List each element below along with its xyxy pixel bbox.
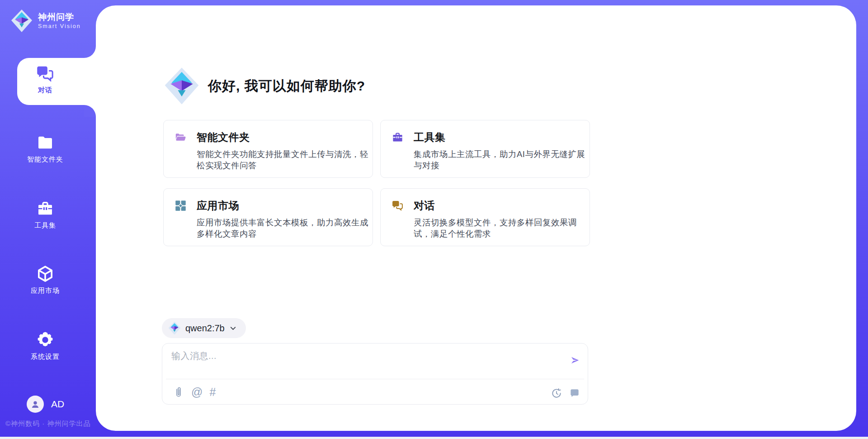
- toolbox-icon: [392, 131, 404, 143]
- sidebar-item-toolset[interactable]: 工具集: [0, 199, 90, 230]
- composer-tools-right: [550, 387, 580, 399]
- card-app-market[interactable]: 应用市场 应用市场提供丰富长文本模板，助力高效生成多样化文章内容: [163, 188, 373, 246]
- card-description: 灵活切换多模型文件，支持多样回复效果调试，满足个性化需求: [414, 217, 586, 239]
- card-description: 应用市场提供丰富长文本模板，助力高效生成多样化文章内容: [197, 217, 369, 239]
- card-smart-folder[interactable]: 智能文件夹 智能文件夹功能支持批量文件上传与清洗，轻松实现文件问答: [163, 120, 373, 178]
- folder-icon: [36, 133, 55, 152]
- hash-icon[interactable]: #: [209, 386, 216, 398]
- message-input[interactable]: [171, 350, 542, 376]
- app-root: 神州问学 Smart Vision 对话 智能文件夹: [0, 0, 868, 439]
- folder-open-icon: [175, 131, 187, 143]
- message-composer: @ #: [162, 343, 588, 405]
- sidebar-footer: ©神州数码 · 神州问学出品: [5, 420, 90, 428]
- card-toolset[interactable]: 工具集 集成市场上主流工具，助力AI与外界无缝扩展与对接: [380, 120, 590, 178]
- sidebar-item-chat-inner: 对话: [17, 64, 73, 95]
- sidebar-item-label: 应用市场: [31, 286, 60, 295]
- comment-icon[interactable]: [568, 387, 580, 399]
- chat-icon: [392, 200, 404, 212]
- greeting-title: 你好, 我可以如何帮助你?: [208, 77, 365, 95]
- diamond-logo-icon: [163, 67, 201, 105]
- greeting: 你好, 我可以如何帮助你?: [163, 67, 365, 105]
- card-title: 对话: [414, 199, 435, 213]
- card-head: 应用市场: [175, 199, 362, 213]
- avatar-icon: [30, 399, 41, 410]
- brand-name: 神州问学: [38, 12, 81, 22]
- sidebar: 神州问学 Smart Vision 对话 智能文件夹: [0, 0, 96, 439]
- user-menu[interactable]: AD: [27, 396, 64, 413]
- card-description: 集成市场上主流工具，助力AI与外界无缝扩展与对接: [414, 148, 586, 171]
- history-icon[interactable]: [550, 387, 562, 399]
- tab-fillet-bottom: [84, 105, 96, 117]
- card-head: 对话: [392, 199, 579, 213]
- card-chat[interactable]: 对话 灵活切换多模型文件，支持多样回复效果调试，满足个性化需求: [380, 188, 590, 246]
- at-icon[interactable]: @: [191, 386, 203, 398]
- app-grid-icon: [175, 200, 187, 212]
- paperclip-icon[interactable]: [172, 386, 184, 398]
- gear-icon: [36, 330, 55, 349]
- brand-subtitle: Smart Vision: [38, 23, 81, 29]
- sidebar-item-smart-folder[interactable]: 智能文件夹: [0, 133, 90, 164]
- sidebar-item-settings[interactable]: 系统设置: [0, 330, 90, 361]
- bottom-edge-line: [0, 437, 868, 439]
- card-head: 智能文件夹: [175, 130, 362, 144]
- user-initials: AD: [51, 399, 64, 410]
- model-name: qwen2:7b: [185, 323, 225, 334]
- diamond-logo-icon: [168, 321, 181, 335]
- sidebar-item-app-market[interactable]: 应用市场: [0, 264, 90, 295]
- sidebar-item-label: 对话: [38, 86, 52, 95]
- sidebar-item-label: 工具集: [34, 221, 56, 230]
- diamond-logo-icon: [11, 9, 33, 33]
- cube-icon: [36, 264, 55, 283]
- card-description: 智能文件夹功能支持批量文件上传与清洗，轻松实现文件问答: [197, 148, 369, 171]
- sidebar-item-label: 智能文件夹: [27, 155, 63, 164]
- composer-tools-left: @ #: [172, 386, 216, 398]
- card-title: 工具集: [414, 130, 446, 144]
- avatar: [27, 396, 44, 413]
- card-title: 智能文件夹: [197, 130, 250, 144]
- brand: 神州问学 Smart Vision: [11, 9, 81, 33]
- model-selector[interactable]: qwen2:7b: [162, 318, 246, 338]
- chat-icon: [36, 64, 55, 83]
- brand-text: 神州问学 Smart Vision: [38, 12, 81, 29]
- tab-fillet-top: [84, 46, 96, 58]
- chevron-down-icon: [229, 324, 237, 332]
- sidebar-item-chat[interactable]: 对话: [17, 58, 97, 105]
- card-head: 工具集: [392, 130, 579, 144]
- send-icon[interactable]: [570, 355, 580, 365]
- sidebar-item-label: 系统设置: [31, 353, 60, 361]
- card-title: 应用市场: [197, 199, 239, 213]
- toolbox-icon: [36, 199, 55, 218]
- composer-divider: [166, 379, 584, 379]
